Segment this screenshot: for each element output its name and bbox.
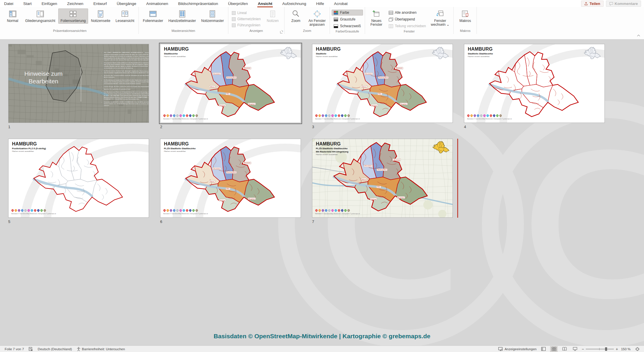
reading-view-icon (121, 10, 129, 18)
map-pin-icon (483, 114, 486, 117)
map-pin-icon (331, 209, 334, 212)
map-pin-icon (321, 209, 324, 212)
outline-view-icon (36, 10, 44, 18)
map-pin-icon (334, 114, 337, 117)
slide-thumbnail-6[interactable]: HAMBURG PLZ5-Stadtteile-Stadtbezirke Flä… (160, 139, 301, 218)
group-label-zoom: Zoom (285, 28, 330, 34)
notes-master-button[interactable]: Notizenmaster (199, 8, 226, 24)
reading-view-button[interactable]: Leseansicht (113, 8, 137, 24)
hamburg-map-graphic (175, 144, 288, 216)
show-dialog-launcher-icon[interactable] (280, 30, 283, 33)
normal-view-button[interactable]: Normal (3, 8, 22, 24)
menu-tab-bergnge[interactable]: Übergänge (117, 1, 136, 6)
slide-number-2: 2 (160, 125, 162, 129)
status-reading-view-button[interactable] (561, 346, 568, 352)
slide-sorter-canvas[interactable]: ©© Hinweise zum BearbeitenÜber „START > … (0, 40, 644, 346)
hamburg-inset-map (431, 47, 450, 60)
zoom-in-button[interactable]: + (616, 347, 618, 351)
slide-title: HAMBURG (316, 141, 348, 147)
map-pin-icon (318, 114, 321, 117)
new-window-button[interactable]: Neues Fenster (367, 8, 386, 28)
slide1-bullet: Die Bearbeitung der kompletten Karte bei… (104, 79, 149, 85)
status-normal-view-button[interactable] (539, 346, 547, 352)
menu-tab-acrobat[interactable]: Acrobat (334, 1, 348, 6)
hamburg-map-graphic (479, 49, 592, 121)
slide1-bullet: Die Flächen sind als „Freeform“ oder „Au… (104, 70, 149, 74)
menu-tab-entwurf[interactable]: Entwurf (93, 1, 107, 6)
zoom-out-button[interactable]: − (582, 347, 584, 351)
district-label-mitte: Mitte (376, 186, 381, 188)
notes-button[interactable]: Notizen (263, 8, 282, 24)
slide-thumbnail-5[interactable]: HAMBURG Postleitzahlen PLZ-5 (5-stellig)… (8, 139, 149, 218)
slide-thumbnail-4[interactable]: HAMBURG Stadtteile-Stadtbezirke Flächen … (464, 44, 605, 123)
group-label-color: Farbe/Graustufe (330, 29, 364, 34)
guides-checkbox-box (232, 23, 236, 27)
map-pin-icon (182, 209, 185, 212)
comments-button[interactable]: Kommentare (606, 1, 641, 7)
zoom-level[interactable]: 150 % (621, 347, 631, 351)
grayscale-button[interactable]: Graustufe (332, 16, 363, 22)
map-pin-icon (492, 114, 496, 117)
status-normal-view-icon (541, 347, 546, 351)
slide-thumbnail-2[interactable]: HAMBURG Stadtbezirke Flächen einzeln aus… (160, 44, 301, 123)
zoom-track[interactable] (586, 349, 614, 349)
guides-checkbox[interactable]: Führungslinien (232, 23, 261, 27)
status-slide-sorter-button[interactable] (550, 346, 558, 352)
fit-to-window-button[interactable]: An Fenster anpassen (306, 8, 328, 28)
spellcheck-button[interactable] (29, 347, 33, 351)
menu-tab-start[interactable]: Start (23, 1, 32, 6)
move-split-button[interactable]: Teilung verschieben (387, 23, 428, 29)
slide-number-4: 4 (464, 125, 466, 129)
slide-master-button[interactable]: Folienmaster (141, 8, 165, 24)
menu-tab-zeichnen[interactable]: Zeichnen (67, 1, 83, 6)
menu-tab-einfgen[interactable]: Einfügen (42, 1, 57, 6)
map-pin-icon (321, 114, 324, 117)
zoom-thumb[interactable] (605, 347, 607, 351)
district-label-harburg: Harburg (219, 104, 226, 107)
color-button[interactable]: Farbe (332, 10, 363, 16)
menu-tab-bildschirmprsentation[interactable]: Bildschirmpräsentation (178, 1, 218, 6)
display-settings-button[interactable]: Anzeigeeinstellungen (498, 347, 537, 351)
gridlines-checkbox[interactable]: Gitternetzlinien (232, 17, 261, 21)
map-pin-icon (11, 209, 14, 212)
slide-thumbnail-7[interactable]: HAMBURG PLZ5-Stadtteile-Stadtbezirke Mit… (312, 139, 453, 218)
ruler-label: Lineal (237, 11, 247, 15)
cascade-button[interactable]: Überlappend (387, 16, 428, 22)
slide-indicator: Folie 7 von 7 (5, 347, 24, 351)
handout-master-button[interactable]: Handzettelmaster (166, 8, 198, 24)
menu-tab-animationen[interactable]: Animationen (146, 1, 168, 6)
language-button[interactable]: Deutsch (Deutschland) (38, 347, 72, 351)
slide-master-icon (149, 10, 157, 18)
map-pin-icon (476, 114, 479, 117)
fit-slide-button[interactable] (633, 346, 641, 352)
group-label-presentation: Präsentationsansichten (1, 28, 138, 34)
collapse-ribbon-icon[interactable] (637, 34, 640, 37)
menu-tab-ansicht[interactable]: Ansicht (258, 1, 273, 6)
notes-page-icon (97, 10, 105, 18)
menu-tab-hilfe[interactable]: Hilfe (316, 1, 324, 6)
slide-sorter-button[interactable]: Foliensortierung (58, 8, 88, 24)
zoom-button[interactable]: Zoom (286, 8, 306, 24)
map-pin-icon (24, 209, 27, 212)
menu-tab-berprfen[interactable]: Überprüfen (228, 1, 248, 6)
map-pin-icon (315, 114, 318, 117)
status-slideshow-button[interactable] (571, 346, 579, 352)
macros-button[interactable]: Makros (455, 8, 475, 24)
slide-thumbnail-3[interactable]: HAMBURG Stadtteile Flächen einzeln auswä… (312, 44, 453, 123)
menu-tab-aufzeichnung[interactable]: Aufzeichnung (282, 1, 306, 6)
share-button[interactable]: Teilen (581, 1, 604, 7)
hamburg-inset-map (583, 47, 602, 60)
menu-tab-datei[interactable]: Datei (4, 1, 13, 6)
slide-title: HAMBURG (164, 47, 189, 52)
outline-view-button[interactable]: Gliederungsansicht (23, 8, 58, 24)
slide-thumbnail-1[interactable]: Hinweise zum BearbeitenÜber „START > BEA… (8, 44, 149, 123)
arrange-all-button[interactable]: Alle anordnen (387, 10, 428, 16)
accessibility-button[interactable]: Barrierefreiheit: Untersuchen (77, 347, 125, 351)
zoom-slider[interactable]: − + (582, 347, 618, 351)
hamburg-map-graphic (23, 144, 136, 216)
slide-description: Flächen einzeln auswählbar. (12, 150, 46, 152)
ruler-checkbox[interactable]: Lineal (232, 11, 261, 15)
switch-window-button[interactable]: Fenster wechseln ⌄ (429, 8, 452, 28)
black-white-button[interactable]: Schwarzweiß (332, 23, 363, 29)
notes-page-button[interactable]: Notizenseite (89, 8, 113, 24)
